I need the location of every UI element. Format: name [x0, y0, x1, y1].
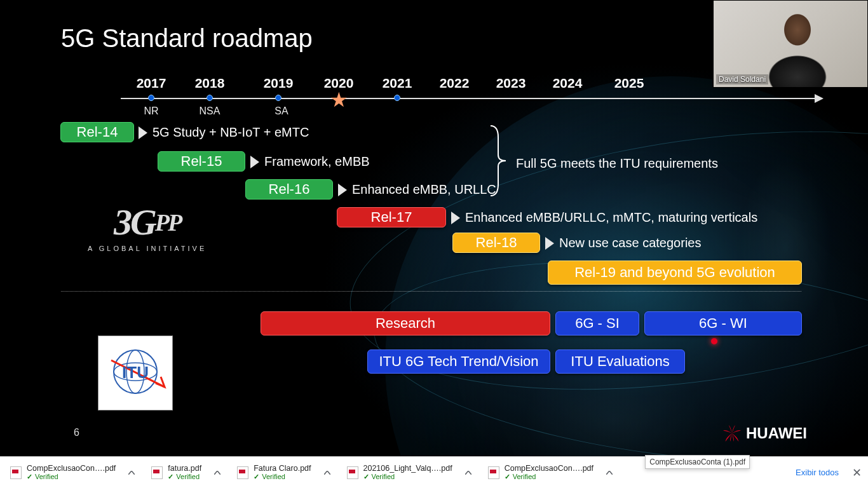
tick-label: SA	[275, 105, 288, 117]
rel14-desc: 5G Study + NB-IoT + eMTC	[139, 125, 309, 140]
download-filename: 202106_Light_Valq….pdf	[363, 464, 452, 473]
rel16-text: Enhanced eMBB, URLLC	[352, 182, 496, 197]
rel17-box: Rel-17	[337, 207, 446, 227]
marker-dot	[711, 338, 717, 344]
pdf-icon	[347, 466, 358, 479]
3gpp-tagline: A GLOBAL INITIATIVE	[88, 245, 207, 252]
year-label: 2022	[440, 76, 470, 91]
show-all-downloads[interactable]: Exibir todos	[789, 468, 845, 477]
rel18-box: Rel-18	[452, 233, 540, 253]
year-label: 2018	[195, 76, 225, 91]
star-icon: ★	[330, 88, 348, 112]
arrow-right-icon	[815, 94, 824, 103]
timeline-axis: 2017 2018 2019 2020 2021 2022 2023 2024 …	[121, 98, 817, 99]
rel16-box: Rel-16	[245, 179, 333, 200]
download-status: Verified	[254, 473, 311, 481]
download-filename: fatura.pdf	[168, 464, 201, 473]
download-status: Verified	[27, 473, 116, 481]
presentation-slide: 5G Standard roadmap 2017 2018 2019 2020 …	[0, 0, 868, 456]
download-filename: CompExclusaoCon….pdf	[505, 464, 593, 473]
itu-logo: ITU	[98, 336, 173, 410]
svg-point-1	[114, 363, 157, 381]
pdf-icon	[237, 466, 248, 479]
chevron-up-icon[interactable]	[605, 468, 614, 477]
globe-icon: ITU	[104, 341, 167, 405]
download-item[interactable]: fatura.pdf Verified	[144, 460, 227, 485]
tick-marker	[394, 95, 400, 101]
download-filename: Fatura Claro.pdf	[254, 464, 311, 473]
rel14-text: 5G Study + NB-IoT + eMTC	[153, 125, 309, 140]
download-filename: CompExclusaoCon….pdf	[27, 464, 116, 473]
download-status: Verified	[363, 473, 452, 481]
huawei-text: HUAWEI	[746, 424, 807, 442]
itu-eval-box: ITU Evaluations	[555, 349, 685, 374]
svg-point-0	[114, 350, 157, 393]
huawei-logo: HUAWEI	[723, 424, 807, 442]
pdf-icon	[488, 466, 499, 479]
close-downloads-bar[interactable]: ✕	[845, 466, 868, 480]
rel17-desc: Enhanced eMBB/URLLC, mMTC, maturing vert…	[451, 210, 757, 225]
6g-si-box: 6G - SI	[555, 311, 639, 336]
rel15-box: Rel-15	[158, 151, 245, 172]
triangle-right-icon	[250, 156, 259, 168]
tick-marker	[148, 95, 154, 101]
year-label: 2017	[137, 76, 166, 91]
rel15-text: Framework, eMBB	[264, 154, 370, 169]
year-label: 2024	[553, 76, 583, 91]
download-status: Verified	[168, 473, 201, 481]
year-label: 2019	[264, 76, 294, 91]
rel14-box: Rel-14	[60, 122, 134, 142]
chevron-up-icon[interactable]	[323, 468, 332, 477]
svg-point-2	[126, 350, 144, 393]
side-note: Full 5G meets the ITU requirements	[516, 156, 718, 171]
triangle-right-icon	[139, 126, 147, 139]
itu-trend-box: ITU 6G Tech Trend/Vision	[367, 349, 550, 374]
6g-wi-box: 6G - WI	[644, 311, 802, 336]
presenter-video[interactable]: David Soldani	[713, 0, 868, 88]
tick-marker	[207, 95, 213, 101]
3gpp-logo-pp: PP	[155, 209, 180, 236]
rel18-text: New use case categories	[559, 236, 701, 250]
year-label: 2023	[496, 76, 526, 91]
tick-label: NR	[144, 105, 158, 117]
svg-text:ITU: ITU	[122, 363, 149, 382]
3gpp-logo: 3GPP A GLOBAL INITIATIVE	[88, 201, 207, 252]
tick-marker	[275, 95, 281, 101]
pdf-icon	[10, 466, 22, 479]
divider-line	[61, 291, 801, 292]
triangle-right-icon	[451, 212, 460, 224]
3gpp-logo-text: 3G	[114, 201, 155, 243]
presenter-name: David Soldani	[716, 74, 768, 85]
download-item[interactable]: Fatura Claro.pdf Verified	[229, 460, 336, 485]
rel19-box: Rel-19 and beyond 5G evolution	[548, 261, 802, 285]
download-item[interactable]: CompExclusaoCon….pdf Verified	[480, 460, 619, 485]
download-status: Verified	[505, 473, 593, 481]
rel18-desc: New use case categories	[545, 236, 701, 250]
pdf-icon	[151, 466, 163, 479]
year-label: 2025	[614, 76, 644, 91]
download-item[interactable]: CompExclusaoCon….pdf Verified	[3, 460, 141, 485]
year-label: 2021	[383, 76, 412, 91]
chevron-up-icon[interactable]	[464, 468, 473, 477]
download-item[interactable]: 202106_Light_Valq….pdf Verified	[339, 460, 478, 485]
chevron-up-icon[interactable]	[127, 468, 136, 477]
tick-label: NSA	[200, 105, 220, 117]
chevron-up-icon[interactable]	[213, 468, 222, 477]
triangle-right-icon	[545, 237, 554, 250]
huawei-flower-icon	[723, 425, 741, 442]
rel16-desc: Enhanced eMBB, URLLC	[338, 182, 496, 197]
page-number: 6	[74, 427, 79, 438]
downloads-bar: CompExclusaoCon….pdf Verified fatura.pdf…	[0, 456, 868, 488]
rel15-desc: Framework, eMBB	[250, 154, 370, 169]
research-box: Research	[261, 311, 550, 336]
rel17-text: Enhanced eMBB/URLLC, mMTC, maturing vert…	[465, 210, 757, 225]
slide-title: 5G Standard roadmap	[61, 24, 313, 53]
triangle-right-icon	[338, 184, 347, 196]
